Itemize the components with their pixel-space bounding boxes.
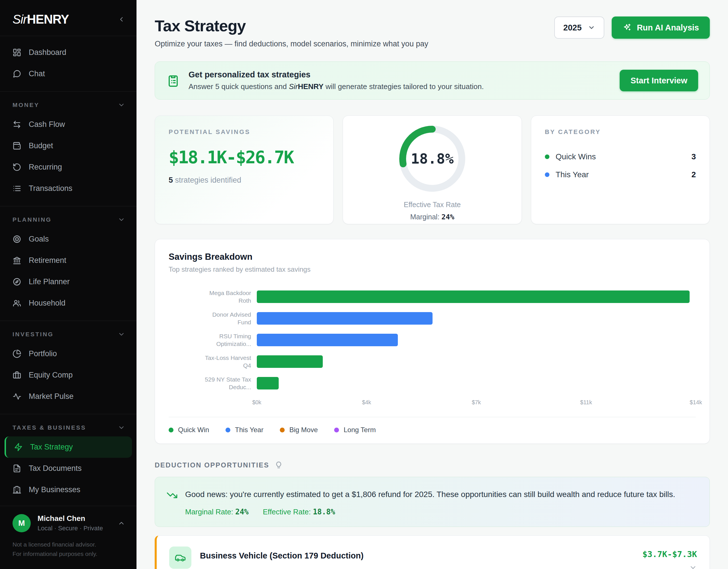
sidebar-footer: M Michael Chen Local · Secure · Private … — [0, 506, 137, 569]
zap-icon — [14, 443, 23, 452]
sidebar-item-tax-strategy[interactable]: Tax Strategy — [5, 437, 132, 458]
strategies-count-suffix: strategies identified — [173, 176, 241, 184]
header-controls: 2025 Run AI Analysis — [554, 16, 710, 39]
section-title: MONEY — [13, 102, 40, 108]
effective-rate-value: 18.8% — [411, 150, 454, 167]
deduction-item-title: Business Vehicle (Section 179 Deduction) — [200, 551, 363, 560]
category-rows: Quick Wins3This Year2 — [545, 148, 696, 183]
chart-title: Savings Breakdown — [169, 252, 696, 262]
sidebar-section-investing[interactable]: INVESTING — [0, 326, 137, 343]
sidebar-item-cash-flow[interactable]: Cash Flow — [0, 114, 137, 135]
sidebar-item-transactions[interactable]: Transactions — [0, 178, 137, 199]
banner-brand-name: HENRY — [298, 82, 323, 91]
banner-title: Get personalized tax strategies — [189, 70, 484, 79]
logo-prefix: Sir — [13, 12, 27, 26]
strategies-count: 5 strategies identified — [169, 176, 320, 185]
bar-track — [257, 377, 696, 390]
deduction-item-value: $3.7K-$7.3K — [642, 549, 697, 559]
legend-label: Long Term — [344, 426, 376, 434]
sidebar-item-household[interactable]: Household — [0, 293, 137, 314]
bar-track — [257, 291, 696, 303]
potential-savings-value: $18.1K-$26.7K — [169, 147, 320, 167]
run-button-label: Run AI Analysis — [637, 23, 699, 32]
pie-chart-icon — [13, 349, 21, 358]
sidebar-section-taxes-business[interactable]: TAXES & BUSINESS — [0, 419, 137, 437]
rate-summary: Marginal Rate: 24% Effective Rate: 18.8% — [185, 508, 675, 516]
sidebar-item-label: Recurring — [29, 163, 62, 171]
logo-row: SirHENRY — [0, 11, 137, 27]
sidebar-item-chat[interactable]: Chat — [0, 63, 137, 84]
chevron-down-icon[interactable] — [689, 564, 697, 569]
deduction-item-business-vehicle[interactable]: Business Vehicle (Section 179 Deduction)… — [155, 535, 710, 569]
sidebar-item-goals[interactable]: Goals — [0, 228, 137, 250]
sparkles-icon — [622, 23, 632, 32]
disclaimer-line: For informational purposes only. — [13, 549, 124, 559]
sidebar-item-recurring[interactable]: Recurring — [0, 156, 137, 178]
user-status: Local · Secure · Private — [38, 525, 103, 532]
marginal-label: Marginal: — [410, 213, 442, 221]
bar-4 — [257, 377, 279, 390]
sidebar-collapse-button[interactable] — [118, 16, 125, 23]
refund-summary-box: Good news: you're currently estimated to… — [155, 477, 710, 527]
bar-3 — [257, 355, 323, 368]
sidebar-item-label: Tax Documents — [29, 464, 82, 473]
year-select[interactable]: 2025 — [554, 16, 605, 39]
refund-summary-text: Good news: you're currently estimated to… — [185, 487, 675, 501]
sidebar-item-budget[interactable]: Budget — [0, 135, 137, 156]
start-interview-button[interactable]: Start Interview — [620, 70, 698, 91]
bank-icon — [13, 256, 21, 265]
sidebar-section-money[interactable]: MONEY — [0, 96, 137, 114]
app-logo: SirHENRY — [13, 12, 69, 26]
sidebar-item-label: Dashboard — [29, 48, 66, 57]
dashboard-icon — [13, 48, 21, 57]
chart-row: 529 NY State Tax Deduc... — [169, 373, 696, 394]
marginal-rate-value: 24% — [235, 508, 249, 516]
divider — [0, 414, 137, 414]
sidebar-item-tax-documents[interactable]: Tax Documents — [0, 458, 137, 479]
strategies-count-number: 5 — [169, 176, 173, 184]
run-ai-analysis-button[interactable]: Run AI Analysis — [612, 16, 710, 39]
axis-tick: $4k — [362, 399, 371, 406]
sidebar-item-my-businesses[interactable]: My Businesses — [0, 479, 137, 500]
card-label: POTENTIAL SAVINGS — [169, 128, 320, 136]
users-icon — [13, 299, 21, 308]
effective-rate-label: Effective Tax Rate — [404, 200, 461, 209]
sidebar-item-equity-comp[interactable]: Equity Comp — [0, 365, 137, 386]
section-title: INVESTING — [13, 331, 54, 338]
category-name: This Year — [556, 170, 589, 179]
sidebar-item-retirement[interactable]: Retirement — [0, 250, 137, 271]
legend-dot — [169, 428, 173, 433]
chevron-up-icon — [118, 520, 125, 527]
legend-item-quick_win: Quick Win — [169, 426, 209, 434]
bar-track — [257, 334, 696, 346]
potential-savings-card: POTENTIAL SAVINGS $18.1K-$26.7K 5 strate… — [155, 115, 334, 224]
legend-label: This Year — [235, 426, 263, 434]
building-icon — [13, 485, 21, 494]
year-select-value: 2025 — [563, 23, 582, 32]
banner-body: Answer 5 quick questions and SirHENRY wi… — [189, 82, 484, 91]
axis-tick: $11k — [580, 399, 592, 406]
chart-row: Tax-Loss Harvest Q4 — [169, 351, 696, 373]
sidebar-item-portfolio[interactable]: Portfolio — [0, 343, 137, 365]
divider — [0, 321, 137, 321]
category-dot — [545, 172, 549, 177]
refund-summary-content: Good news: you're currently estimated to… — [185, 487, 675, 516]
chart-row: Mega Backdoor Roth — [169, 286, 696, 308]
bar-chart: Mega Backdoor RothDonor Advised FundRSU … — [169, 286, 696, 394]
sidebar-section-planning[interactable]: PLANNING — [0, 211, 137, 228]
sidebar-item-dashboard[interactable]: Dashboard — [0, 42, 137, 63]
sidebar-item-life-planner[interactable]: Life Planner — [0, 271, 137, 293]
banner-body-before: Answer 5 quick questions and — [189, 82, 289, 91]
banner-body-after: will generate strategies tailored to you… — [324, 82, 484, 91]
page-subtitle: Optimize your taxes — find deductions, m… — [155, 40, 428, 48]
bar-label: Donor Advised Fund — [169, 311, 251, 326]
lightbulb-icon — [274, 461, 283, 469]
interview-banner: Get personalized tax strategies Answer 5… — [155, 61, 710, 100]
arrows-left-right-icon — [13, 120, 21, 129]
logo-name: HENRY — [27, 12, 69, 26]
savings-breakdown-card: Savings Breakdown Top strategies ranked … — [155, 239, 710, 444]
user-menu[interactable]: M Michael Chen Local · Secure · Private — [0, 506, 137, 535]
user-name: Michael Chen — [38, 514, 103, 523]
sidebar-item-market-pulse[interactable]: Market Pulse — [0, 386, 137, 407]
sidebar-item-label: Retirement — [29, 256, 66, 265]
